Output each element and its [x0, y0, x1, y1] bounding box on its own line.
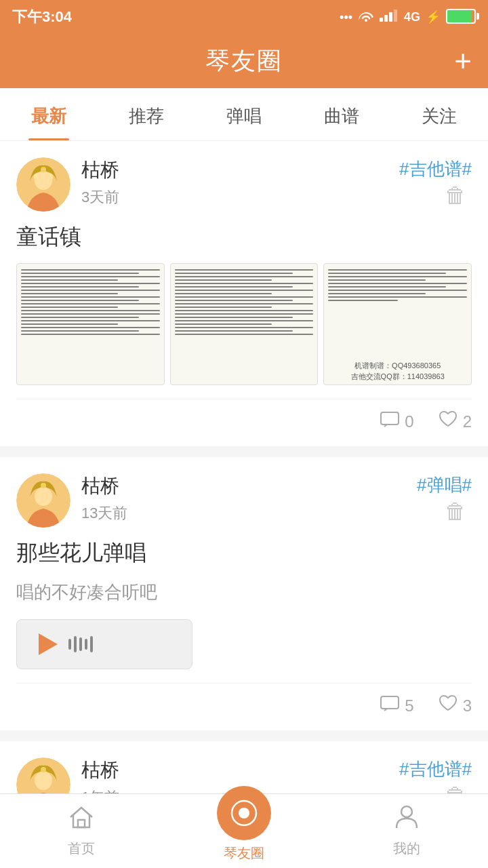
- feed-content: 枯桥 #吉他谱# 3天前 🗑 童话镇: [0, 141, 488, 868]
- wave-3: [79, 637, 82, 651]
- like-action[interactable]: 2: [439, 410, 472, 433]
- post-footer: 0 2: [16, 399, 472, 446]
- sheet-thumb-3[interactable]: 机谱制谱：QQ493680365 吉他交流QQ群：114039863: [323, 263, 472, 385]
- post-item: 枯桥 #弹唱# 13天前 🗑 那些花儿弹唱 唱的不好凑合听吧: [0, 457, 488, 730]
- post-header: 枯桥 #吉他谱# 3天前 🗑: [16, 157, 472, 212]
- watermark: 机谱制谱：QQ493680365 吉他交流QQ群：114039863: [324, 359, 471, 384]
- svg-point-15: [41, 767, 46, 772]
- status-bar: 下午3:04 ••• 4G ⚡: [0, 0, 488, 34]
- battery-indicator: [446, 9, 476, 26]
- avatar[interactable]: [16, 473, 70, 528]
- sheet-music-images: 机谱制谱：QQ493680365 吉他交流QQ群：114039863: [16, 263, 472, 385]
- post-tag[interactable]: #弹唱#: [417, 473, 472, 497]
- tab-follow[interactable]: 关注: [390, 88, 488, 140]
- person-icon: [395, 805, 418, 835]
- header-title: 琴友圈: [205, 45, 283, 78]
- like-icon: [439, 410, 458, 433]
- wave-4: [85, 639, 87, 650]
- comment-action[interactable]: 5: [380, 695, 413, 717]
- nav-profile[interactable]: 我的: [325, 805, 488, 858]
- comment-action[interactable]: 0: [380, 411, 413, 433]
- comment-count: 5: [405, 696, 413, 715]
- post-tag[interactable]: #吉他谱#: [399, 157, 472, 181]
- tab-sheets[interactable]: 曲谱: [293, 88, 390, 140]
- like-icon: [439, 694, 458, 717]
- svg-point-18: [239, 808, 249, 818]
- bottom-navigation: 首页 琴友圈 我的: [0, 793, 488, 868]
- post-time-row: 13天前 🗑: [81, 499, 472, 527]
- nav-home-label: 首页: [68, 840, 95, 858]
- post-item: 枯桥 #吉他谱# 3天前 🗑 童话镇: [0, 141, 488, 446]
- post-title: 那些花儿弹唱: [16, 538, 472, 568]
- avatar[interactable]: [16, 157, 70, 212]
- sheet-thumb-2[interactable]: [170, 263, 319, 385]
- post-title: 童话镇: [16, 222, 472, 252]
- svg-rect-2: [389, 12, 392, 22]
- post-time: 3天前: [81, 187, 119, 208]
- post-meta-row: 枯桥 #弹唱#: [81, 473, 472, 499]
- status-time: 下午3:04: [12, 7, 72, 27]
- post-header: 枯桥 #弹唱# 13天前 🗑: [16, 473, 472, 528]
- svg-point-7: [41, 167, 46, 172]
- nav-community[interactable]: 琴友圈: [163, 800, 325, 863]
- post-info: 枯桥 #弹唱# 13天前 🗑: [81, 473, 472, 527]
- wave-5: [90, 636, 93, 652]
- network-type: 4G: [404, 10, 420, 24]
- app-header: 琴友圈 +: [0, 34, 488, 88]
- post-tag[interactable]: #吉他谱#: [399, 757, 472, 781]
- comment-icon: [380, 411, 399, 433]
- lightning-icon: ⚡: [426, 9, 441, 24]
- nav-profile-label: 我的: [393, 840, 420, 858]
- svg-point-19: [401, 806, 412, 817]
- comment-count: 0: [405, 412, 413, 431]
- like-count: 3: [463, 696, 472, 715]
- community-button[interactable]: [217, 786, 271, 840]
- wave-2: [74, 636, 77, 652]
- post-footer: 5 3: [16, 683, 472, 730]
- tab-latest[interactable]: 最新: [0, 88, 98, 140]
- like-count: 2: [463, 412, 472, 431]
- post-subtitle: 唱的不好凑合听吧: [16, 579, 472, 606]
- svg-rect-0: [380, 18, 383, 22]
- comment-icon: [380, 695, 399, 717]
- add-button[interactable]: +: [454, 46, 472, 76]
- home-icon: [68, 805, 94, 835]
- delete-button[interactable]: 🗑: [439, 496, 472, 527]
- svg-rect-16: [78, 820, 85, 827]
- post-meta-row: 枯桥 #吉他谱#: [81, 757, 472, 783]
- nav-home[interactable]: 首页: [0, 805, 163, 858]
- sound-waves: [68, 636, 93, 652]
- tab-performance[interactable]: 弹唱: [195, 88, 293, 140]
- svg-point-10: [35, 487, 52, 506]
- wifi-icon: [358, 9, 374, 25]
- audio-player[interactable]: [16, 619, 192, 669]
- signal-bars: [380, 9, 399, 25]
- play-button[interactable]: [39, 633, 58, 655]
- post-info: 枯桥 #吉他谱# 3天前 🗑: [81, 157, 472, 211]
- carrier-dots: •••: [340, 10, 352, 24]
- post-username: 枯桥: [81, 757, 119, 783]
- svg-rect-8: [381, 412, 399, 425]
- svg-point-14: [35, 771, 52, 790]
- post-username: 枯桥: [81, 157, 119, 183]
- tab-recommend[interactable]: 推荐: [98, 88, 195, 140]
- tab-bar: 最新 推荐 弹唱 曲谱 关注: [0, 88, 488, 141]
- nav-community-label: 琴友圈: [224, 844, 264, 863]
- svg-point-11: [41, 483, 46, 488]
- svg-rect-12: [381, 696, 399, 709]
- status-icons: ••• 4G ⚡: [340, 9, 476, 26]
- sheet-thumb-1[interactable]: [16, 263, 165, 385]
- svg-rect-1: [384, 15, 388, 22]
- svg-point-6: [35, 171, 52, 190]
- post-time: 13天前: [81, 503, 127, 524]
- svg-rect-3: [394, 9, 397, 22]
- post-username: 枯桥: [81, 473, 119, 499]
- post-meta-row: 枯桥 #吉他谱#: [81, 157, 472, 183]
- like-action[interactable]: 3: [439, 694, 472, 717]
- post-time-row: 3天前 🗑: [81, 183, 472, 211]
- delete-button[interactable]: 🗑: [439, 180, 472, 211]
- wave-1: [68, 639, 71, 650]
